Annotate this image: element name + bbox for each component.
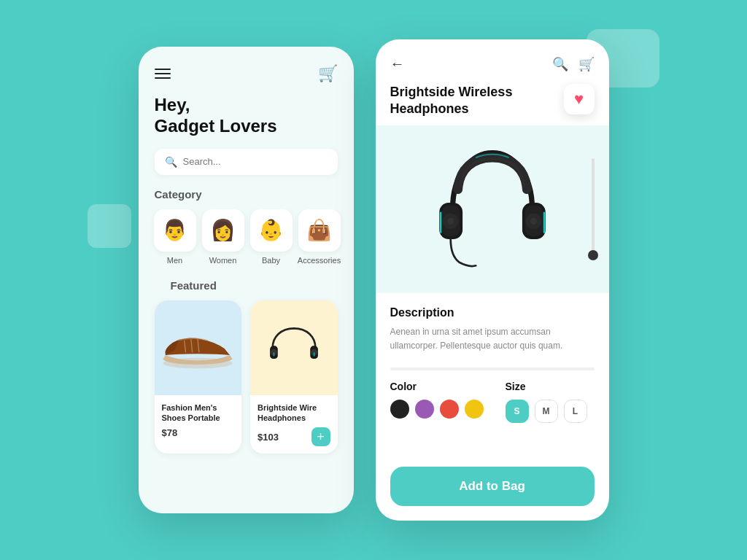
search-icon[interactable]: 🔍 <box>552 56 568 72</box>
add-to-bag-button[interactable]: Add to Bag <box>390 467 595 506</box>
shoe-price-row: $78 <box>162 427 235 438</box>
women-label: Women <box>209 256 237 265</box>
size-label: Size <box>506 381 587 392</box>
size-option-group: Size S M L <box>506 381 587 423</box>
divider <box>390 368 595 370</box>
screens-container: 🛒 Hey, Gadget Lovers 🔍 Category 👨 Men 👩 … <box>139 39 609 521</box>
hamburger-menu-button[interactable] <box>155 69 171 79</box>
featured-section: Featured <box>139 279 354 513</box>
category-women[interactable]: 👩 Women <box>203 209 244 265</box>
color-option-group: Color <box>390 381 484 423</box>
product-card-headphones[interactable]: Brightside Wire Headphones $103 + <box>250 300 338 454</box>
product-card-shoes[interactable]: Fashion Men's Shoes Portable $78 <box>155 300 242 454</box>
options-row: Color Size S M L <box>376 381 609 433</box>
products-row: Fashion Men's Shoes Portable $78 <box>155 300 338 454</box>
shoe-product-name: Fashion Men's Shoes Portable <box>162 402 235 424</box>
description-text: Aenean in urna sit amet ipsum accumsan u… <box>390 325 595 353</box>
headphone-card-body: Brightside Wire Headphones $103 + <box>250 395 338 454</box>
slider-thumb <box>588 250 598 260</box>
svg-point-13 <box>530 218 536 225</box>
baby-label: Baby <box>262 256 280 265</box>
featured-section-title: Featured <box>155 279 338 300</box>
size-s-button[interactable]: S <box>506 400 529 423</box>
headphone-price-row: $103 + <box>258 427 330 446</box>
color-label: Color <box>390 381 484 392</box>
color-red[interactable] <box>440 400 459 419</box>
size-l-button[interactable]: L <box>564 400 587 423</box>
headphone-product-name: Brightside Wire Headphones <box>258 402 330 424</box>
back-button[interactable]: ← <box>390 55 405 72</box>
home-header: 🛒 <box>139 47 354 90</box>
color-yellow[interactable] <box>465 400 484 419</box>
shoe-price: $78 <box>162 427 178 438</box>
size-m-button[interactable]: M <box>535 400 558 423</box>
size-options: S M L <box>506 400 587 423</box>
category-accessories[interactable]: 👜 Accessories <box>299 209 340 265</box>
screen-detail: ← 🔍 🛒 Brightside Wireless Headphones ♥ <box>376 39 609 521</box>
category-men[interactable]: 👨 Men <box>155 209 196 265</box>
greeting-text: Hey, Gadget Lovers <box>155 95 338 137</box>
category-baby[interactable]: 👶 Baby <box>251 209 292 265</box>
detail-header-icons: 🔍 🛒 <box>552 56 595 72</box>
men-label: Men <box>167 256 182 265</box>
categories-row: 👨 Men 👩 Women 👶 Baby 👜 Accessories <box>139 209 354 279</box>
add-headphone-button[interactable]: + <box>311 427 330 446</box>
screen-home: 🛒 Hey, Gadget Lovers 🔍 Category 👨 Men 👩 … <box>139 47 354 513</box>
cart-icon[interactable]: 🛒 <box>318 64 338 83</box>
men-icon-box: 👨 <box>154 209 196 252</box>
image-slider-track[interactable] <box>592 158 595 260</box>
greeting-section: Hey, Gadget Lovers <box>139 90 354 149</box>
search-bar[interactable]: 🔍 <box>155 149 338 175</box>
product-image-area <box>376 125 609 293</box>
headphone-product-image <box>250 300 338 395</box>
headphone-price: $103 <box>258 432 279 443</box>
search-icon: 🔍 <box>165 156 177 168</box>
accessories-label: Accessories <box>298 256 341 265</box>
color-black[interactable] <box>390 400 409 419</box>
shoe-card-body: Fashion Men's Shoes Portable $78 <box>155 395 242 446</box>
shoe-product-image <box>155 300 242 395</box>
detail-product-name: Brightside Wireless Headphones <box>390 84 551 118</box>
baby-icon-box: 👶 <box>250 209 293 252</box>
cart-icon[interactable]: 🛒 <box>578 56 595 72</box>
search-input[interactable] <box>183 156 328 167</box>
accessories-icon-box: 👜 <box>298 209 341 252</box>
favorite-button[interactable]: ♥ <box>564 84 595 114</box>
bg-decoration-left <box>88 204 131 248</box>
color-options <box>390 400 484 419</box>
description-section: Description Aenean in urna sit amet ipsu… <box>376 293 609 360</box>
women-icon-box: 👩 <box>202 209 244 252</box>
color-purple[interactable] <box>415 400 434 419</box>
svg-point-8 <box>447 218 454 225</box>
description-title: Description <box>390 306 595 319</box>
category-section-title: Category <box>139 188 354 209</box>
detail-title-row: Brightside Wireless Headphones ♥ <box>376 79 609 125</box>
detail-header: ← 🔍 🛒 <box>376 39 609 79</box>
